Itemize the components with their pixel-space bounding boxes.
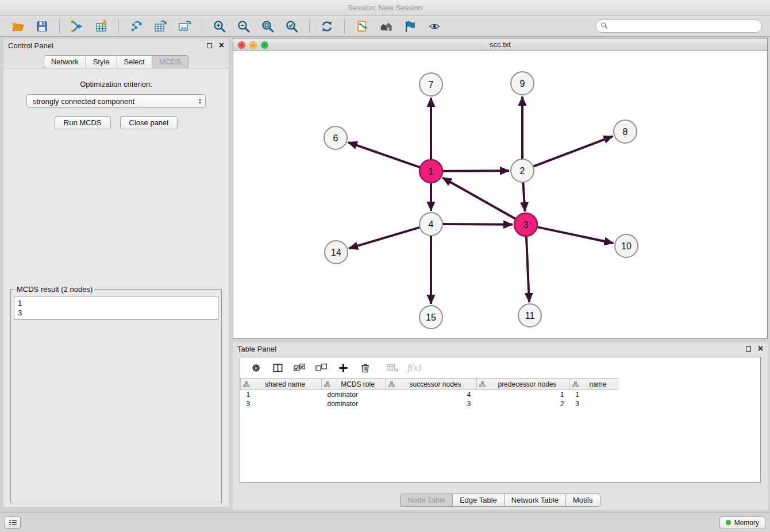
export-network-icon[interactable] xyxy=(124,18,148,35)
run-mcds-button[interactable]: Run MCDS xyxy=(55,116,111,129)
zoom-fit-icon[interactable] xyxy=(256,18,280,35)
column-header-label: shared name xyxy=(251,380,319,388)
import-table-icon[interactable] xyxy=(89,18,113,35)
node-table-body: 1dominator4113dominator323 xyxy=(241,390,618,408)
table-cell: 3 xyxy=(241,399,322,408)
edge-3-1[interactable] xyxy=(442,178,516,219)
node-label-6: 6 xyxy=(333,133,338,143)
table-cell: dominator xyxy=(322,390,386,399)
search-input[interactable] xyxy=(608,22,761,30)
toolbar-separator xyxy=(118,19,119,34)
node-table: shared nameMCDS rolesuccessor nodesprede… xyxy=(240,378,618,408)
column-header-label: predecessor nodes xyxy=(487,380,567,388)
edge-2-3[interactable] xyxy=(523,182,525,211)
node-label-14: 14 xyxy=(331,248,341,257)
edge-4-14[interactable] xyxy=(349,228,420,249)
control-panel-tabs: NetworkStyleSelectMCDS xyxy=(3,55,229,68)
toolbar-separator xyxy=(344,19,345,34)
float-panel-icon[interactable] xyxy=(207,43,212,48)
column-header-MCDS-role[interactable]: MCDS role xyxy=(322,379,386,390)
network-graph: 7968124314101511 xyxy=(233,51,767,338)
node-label-8: 8 xyxy=(623,127,628,137)
edge-3-11[interactable] xyxy=(526,236,529,302)
select-all-icon[interactable] xyxy=(290,360,309,376)
tab-node-table[interactable]: Node Table xyxy=(400,494,453,507)
toolbar-separator xyxy=(309,19,310,34)
network-from-selection-icon[interactable] xyxy=(350,18,374,35)
tab-edge-table[interactable]: Edge Table xyxy=(452,494,505,507)
mcds-result-list[interactable]: 13 xyxy=(14,296,218,320)
column-header-successor-nodes[interactable]: successor nodes xyxy=(386,379,477,390)
table-tabs: Node TableEdge TableNetwork TableMotifs xyxy=(233,494,768,507)
mcds-result-item: 1 xyxy=(18,298,214,308)
show-columns-icon[interactable] xyxy=(268,360,287,376)
table-panel-header: Table Panel × xyxy=(233,342,768,355)
table-cell: 1 xyxy=(477,390,570,399)
network-window-title: scc.txt xyxy=(490,40,511,49)
new-column-icon[interactable] xyxy=(333,360,353,376)
memory-button[interactable]: Memory xyxy=(719,516,765,529)
column-header-label: MCDS role xyxy=(332,380,383,388)
tab-style[interactable]: Style xyxy=(86,55,117,68)
export-table-icon[interactable] xyxy=(148,18,172,35)
tab-select[interactable]: Select xyxy=(117,55,152,68)
deselect-all-icon[interactable] xyxy=(311,360,331,376)
network-canvas[interactable]: 7968124314101511 xyxy=(233,51,767,338)
table-panel: Table Panel × f(x) shared nameMCDS roles… xyxy=(233,342,768,510)
table-toolbar: f(x) xyxy=(240,357,760,378)
close-control-panel-icon[interactable]: × xyxy=(219,42,224,49)
refresh-layout-icon[interactable] xyxy=(315,18,339,35)
float-table-panel-icon[interactable] xyxy=(746,346,751,352)
close-window-icon[interactable]: × xyxy=(238,41,245,49)
column-header-shared-name[interactable]: shared name xyxy=(241,379,322,390)
panel-menu-button[interactable] xyxy=(5,516,21,529)
export-image-icon[interactable] xyxy=(172,18,197,35)
tab-network[interactable]: Network xyxy=(44,55,86,68)
table-row[interactable]: 3dominator323 xyxy=(241,399,618,408)
graphics-details-icon[interactable] xyxy=(422,18,446,35)
column-header-predecessor-nodes[interactable]: predecessor nodes xyxy=(477,379,570,390)
column-header-name[interactable]: name xyxy=(570,379,618,390)
network-window-titlebar[interactable]: × − + scc.txt xyxy=(233,38,767,51)
function-builder-icon: f(x) xyxy=(405,360,424,376)
tab-network-table[interactable]: Network Table xyxy=(504,494,566,507)
zoom-selected-icon[interactable] xyxy=(280,18,304,35)
table-cell: 3 xyxy=(570,399,618,408)
minimize-window-icon[interactable]: − xyxy=(249,41,257,49)
save-session-icon[interactable] xyxy=(30,18,54,35)
node-label-7: 7 xyxy=(429,80,434,90)
optimization-criterion-dropdown[interactable]: strongly connected component ▲▼ xyxy=(26,94,206,108)
table-options-icon[interactable] xyxy=(246,360,265,376)
node-label-3: 3 xyxy=(523,220,529,230)
open-session-icon[interactable] xyxy=(6,18,30,35)
close-table-panel-icon[interactable]: × xyxy=(758,345,763,352)
maximize-window-icon[interactable]: + xyxy=(261,41,268,49)
delete-columns-icon[interactable] xyxy=(355,360,375,376)
import-network-icon[interactable] xyxy=(65,18,89,35)
node-label-10: 10 xyxy=(621,241,632,251)
close-panel-button[interactable]: Close panel xyxy=(120,116,178,129)
table-cell: 2 xyxy=(477,399,570,408)
toolbar-separator xyxy=(202,19,202,34)
zoom-out-icon[interactable] xyxy=(232,18,256,35)
column-tree-icon xyxy=(243,381,249,387)
search-box[interactable] xyxy=(595,20,762,33)
edge-2-8[interactable] xyxy=(533,136,613,167)
zoom-in-icon[interactable] xyxy=(207,18,232,35)
tab-motifs[interactable]: Motifs xyxy=(565,494,600,507)
tab-mcds[interactable]: MCDS xyxy=(152,55,188,68)
table-row[interactable]: 1dominator411 xyxy=(241,390,618,399)
table-cell: 4 xyxy=(386,390,477,399)
table-cell: 3 xyxy=(386,399,477,408)
apply-style-icon[interactable] xyxy=(398,18,422,35)
first-neighbors-icon[interactable] xyxy=(374,18,398,35)
window-title: Session: New Session xyxy=(348,3,422,12)
table-panel-title: Table Panel xyxy=(237,345,276,353)
edge-1-6[interactable] xyxy=(348,142,420,168)
edge-4-3[interactable] xyxy=(442,224,513,225)
edge-1-2[interactable] xyxy=(442,171,509,171)
column-tree-icon xyxy=(388,381,395,387)
toolbar-separator xyxy=(59,19,60,34)
edge-3-10[interactable] xyxy=(537,227,614,243)
node-label-4: 4 xyxy=(429,219,434,229)
